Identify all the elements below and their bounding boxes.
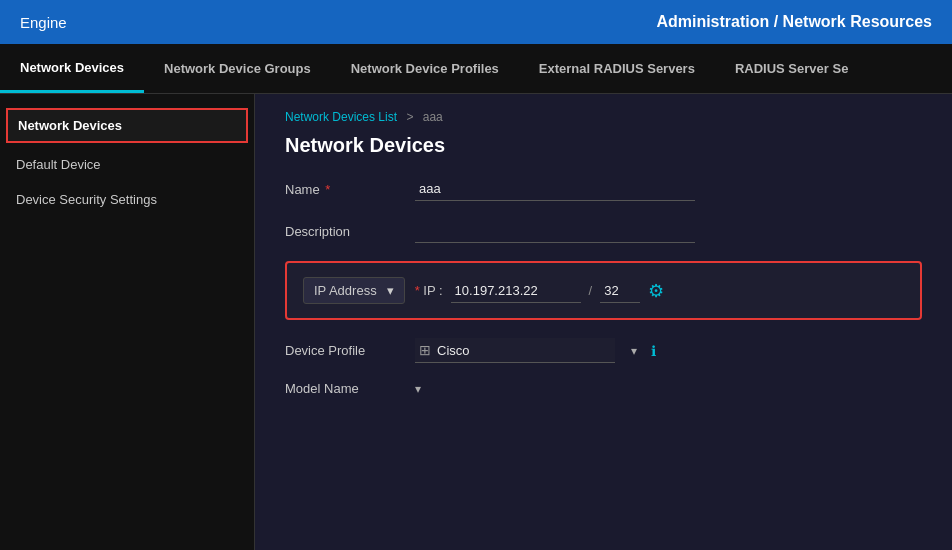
device-profile-select-area: ⊞ Cisco ▾ ℹ <box>415 338 656 363</box>
description-label: Description <box>285 224 415 239</box>
device-profile-row: Device Profile ⊞ Cisco ▾ ℹ <box>285 338 922 363</box>
device-profile-value-display: ⊞ Cisco <box>419 342 470 358</box>
tab-radius-server-se[interactable]: RADIUS Server Se <box>715 44 868 93</box>
gear-icon[interactable]: ⚙ <box>648 280 664 302</box>
tab-network-device-profiles[interactable]: Network Device Profiles <box>331 44 519 93</box>
ip-type-label: IP Address <box>314 283 377 298</box>
ip-field-label: * IP : <box>415 283 443 298</box>
name-label: Name * <box>285 182 415 197</box>
breadcrumb-separator: > <box>406 110 416 124</box>
model-name-label: Model Name <box>285 381 415 396</box>
main-layout: Network Devices Default Device Device Se… <box>0 94 952 550</box>
ip-slash: / <box>589 283 593 298</box>
device-profile-dropdown[interactable]: ⊞ Cisco <box>415 338 615 363</box>
sidebar-item-network-devices[interactable]: Network Devices <box>6 108 248 143</box>
ip-address-section: IP Address ▾ * IP : / ⚙ <box>285 261 922 320</box>
tab-network-devices[interactable]: Network Devices <box>0 44 144 93</box>
model-name-chevron[interactable]: ▾ <box>415 382 421 396</box>
sidebar-item-default-device[interactable]: Default Device <box>0 147 254 182</box>
ip-field-group: * IP : / ⚙ <box>415 279 904 303</box>
name-input[interactable] <box>415 177 695 201</box>
ip-mask-input[interactable] <box>600 279 640 303</box>
page-title-header: Administration / Network Resources <box>656 13 932 31</box>
device-profile-chevron[interactable]: ▾ <box>631 344 637 358</box>
device-profile-info-icon[interactable]: ℹ <box>651 343 656 359</box>
breadcrumb-current: aaa <box>423 110 443 124</box>
sidebar: Network Devices Default Device Device Se… <box>0 94 255 550</box>
description-field-row: Description <box>285 219 922 243</box>
model-name-row: Model Name ▾ <box>285 381 922 396</box>
device-profile-label: Device Profile <box>285 343 415 358</box>
device-profile-selected: Cisco <box>437 343 470 358</box>
ip-type-dropdown[interactable]: IP Address ▾ <box>303 277 405 304</box>
page-heading: Network Devices <box>285 134 922 157</box>
tab-network-device-groups[interactable]: Network Device Groups <box>144 44 331 93</box>
content-area: Network Devices List > aaa Network Devic… <box>255 94 952 550</box>
ip-address-box: IP Address ▾ * IP : / ⚙ <box>285 261 922 320</box>
tab-external-radius-servers[interactable]: External RADIUS Servers <box>519 44 715 93</box>
name-field-row: Name * <box>285 177 922 201</box>
description-input[interactable] <box>415 219 695 243</box>
breadcrumb-list-link[interactable]: Network Devices List <box>285 110 397 124</box>
model-name-select-area: ▾ <box>415 382 421 396</box>
tab-navigation: Network Devices Network Device Groups Ne… <box>0 44 952 94</box>
sidebar-item-device-security-settings[interactable]: Device Security Settings <box>0 182 254 217</box>
name-required-indicator: * <box>322 182 331 197</box>
top-bar: Engine Administration / Network Resource… <box>0 0 952 44</box>
ip-address-input[interactable] <box>451 279 581 303</box>
engine-label: Engine <box>20 14 67 31</box>
ip-type-chevron: ▾ <box>387 283 394 298</box>
breadcrumb: Network Devices List > aaa <box>285 110 922 124</box>
profile-type-icon: ⊞ <box>419 342 431 358</box>
